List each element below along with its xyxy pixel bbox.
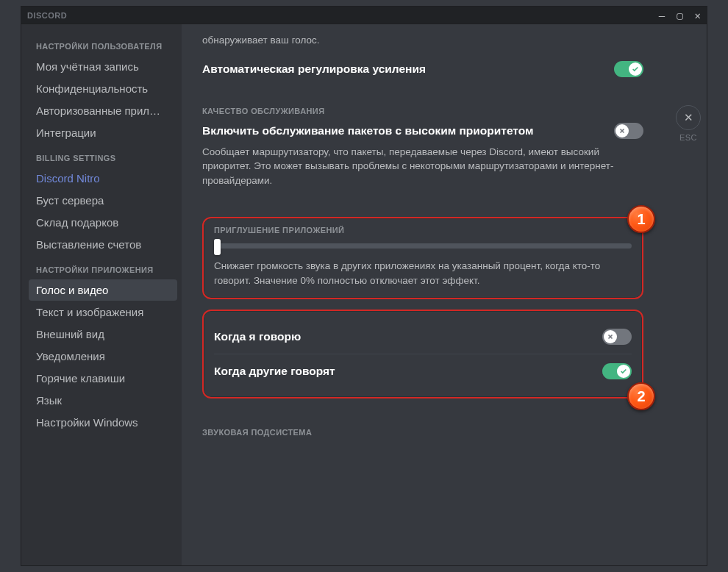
sidebar-item-voice-video[interactable]: Голос и видео [29,279,177,301]
annotation-badge-1: 1 [627,205,655,233]
when-i-speak-toggle[interactable] [602,329,632,345]
when-others-speak-row: Когда другие говорят [214,356,632,387]
sidebar-item-billing[interactable]: Выставление счетов [29,234,177,255]
sidebar-item-nitro[interactable]: Discord Nitro [29,168,177,189]
sidebar-item-gift-inventory[interactable]: Склад подарков [29,212,177,233]
auto-gain-title: Автоматическая регулировка усиления [202,62,426,76]
qos-title: Включить обслуживание пакетов с высоким … [202,124,533,137]
esc-label: ESC [676,133,701,142]
titlebar: DISCORD — ▢ ✕ [21,7,707,24]
sidebar-item-keybinds[interactable]: Горячие клавиши [29,368,177,389]
truncated-desc: обнаруживает ваш голос. [202,33,643,48]
app-brand: DISCORD [27,11,67,20]
esc-wrap: ✕ ESC [676,105,701,142]
speak-toggles-highlight: 2 Когда я говорю Когда другие говорят [202,310,643,398]
when-others-speak-toggle[interactable] [602,363,632,379]
qos-row: Включить обслуживание пакетов с высоким … [202,123,643,139]
attenuation-header: ПРИГЛУШЕНИЕ ПРИЛОЖЕНИЙ [214,226,632,235]
sidebar-section-user: НАСТРОЙКИ ПОЛЬЗОВАТЕЛЯ [29,37,177,55]
sidebar-item-server-boost[interactable]: Буст сервера [29,190,177,211]
sidebar-item-account[interactable]: Моя учётная запись [29,56,177,77]
sidebar-section-billing: BILLING SETTINGS [29,149,177,167]
attenuation-desc: Снижает громкость звука в других приложе… [214,259,632,287]
toggle-knob [615,124,629,137]
auto-gain-toggle[interactable] [614,61,643,77]
when-others-speak-label: Когда другие говорят [214,365,335,378]
maximize-icon[interactable]: ▢ [677,10,682,21]
sidebar-section-app: НАСТРОЙКИ ПРИЛОЖЕНИЯ [29,261,177,279]
window-controls: — ▢ ✕ [659,10,701,21]
qos-header: КАЧЕСТВО ОБСЛУЖИВАНИЯ [202,107,643,115]
settings-sidebar: НАСТРОЙКИ ПОЛЬЗОВАТЕЛЯ Моя учётная запис… [21,24,182,565]
attenuation-slider-wrap [214,243,632,249]
qos-toggle[interactable] [614,123,643,139]
auto-gain-row: Автоматическая регулировка усиления [202,61,643,77]
app-frame: DISCORD — ▢ ✕ НАСТРОЙКИ ПОЛЬЗОВАТЕЛЯ Моя… [21,6,707,566]
toggle-knob [604,330,617,343]
sidebar-item-text-images[interactable]: Текст и изображения [29,301,177,323]
sidebar-item-integrations[interactable]: Интеграции [29,122,177,143]
sidebar-item-notifications[interactable]: Уведомления [29,346,177,367]
audio-subsystem-header: ЗВУКОВАЯ ПОДСИСТЕМА [202,428,643,437]
toggle-knob [617,365,630,378]
app-body: НАСТРОЙКИ ПОЛЬЗОВАТЕЛЯ Моя учётная запис… [21,24,707,565]
check-icon [632,65,639,73]
qos-desc: Сообщает маршрутизатору, что пакеты, пер… [202,145,614,188]
sidebar-item-privacy[interactable]: Конфиденциальность [29,78,177,99]
settings-content: ✕ ESC обнаруживает ваш голос. Автоматиче… [182,24,707,565]
when-i-speak-label: Когда я говорю [214,330,301,343]
attenuation-slider[interactable] [214,243,632,249]
x-icon [607,333,614,340]
when-i-speak-row: Когда я говорю [214,321,632,352]
annotation-badge-2: 2 [627,382,655,410]
minimize-icon[interactable]: — [659,10,665,21]
sidebar-item-windows[interactable]: Настройки Windows [29,412,177,433]
close-icon[interactable]: ✕ [695,10,701,21]
toggle-knob [629,62,642,76]
check-icon [620,368,627,375]
sidebar-item-appearance[interactable]: Внешний вид [29,323,177,345]
sidebar-item-authorized-apps[interactable]: Авторизованные прил… [29,100,177,121]
slider-thumb[interactable] [214,239,221,255]
sidebar-item-language[interactable]: Язык [29,390,177,411]
close-settings-button[interactable]: ✕ [676,105,701,130]
attenuation-highlight: 1 ПРИГЛУШЕНИЕ ПРИЛОЖЕНИЙ Снижает громкос… [202,217,643,299]
divider [214,354,632,354]
x-icon [618,127,626,135]
